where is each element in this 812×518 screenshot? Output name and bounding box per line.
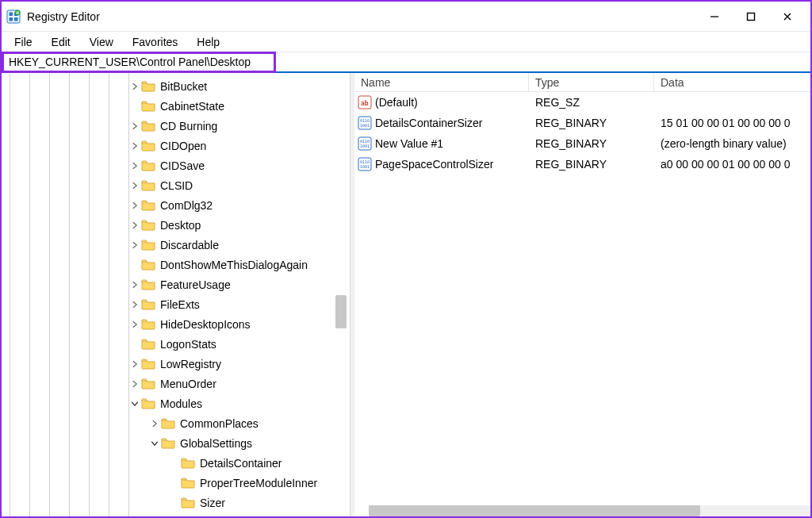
chevron-right-icon[interactable]: [128, 140, 141, 152]
chevron-right-icon[interactable]: [128, 298, 141, 311]
chevron-right-icon[interactable]: [128, 378, 141, 390]
menu-file[interactable]: File: [5, 33, 42, 51]
folder-icon: [141, 199, 155, 211]
folder-icon: [141, 259, 155, 271]
menu-help[interactable]: Help: [187, 33, 229, 51]
address-input[interactable]: [9, 56, 269, 68]
column-header-name[interactable]: Name: [354, 73, 529, 91]
tree-item[interactable]: FeatureUsage: [2, 274, 350, 294]
minimize-button[interactable]: [696, 5, 733, 29]
folder-icon: [181, 477, 195, 489]
tree-item[interactable]: DontShowMeThisDialogAgain: [2, 255, 350, 274]
content-area: BitBucketCabinetStateCD BurningCIDOpenCI…: [2, 73, 810, 516]
menu-view[interactable]: View: [80, 33, 123, 51]
tree-item-label: DontShowMeThisDialogAgain: [160, 259, 308, 271]
menu-edit[interactable]: Edit: [42, 33, 80, 51]
tree-item[interactable]: HideDesktopIcons: [2, 314, 350, 334]
binary-value-icon: [358, 157, 372, 171]
folder-icon: [141, 179, 155, 191]
values-list[interactable]: (Default)REG_SZDetailsContainerSizerREG_…: [354, 92, 810, 175]
tree-item[interactable]: Modules: [2, 393, 350, 413]
tree-item[interactable]: Sizer: [2, 493, 350, 512]
chevron-right-icon[interactable]: [128, 219, 141, 232]
value-data: (zero-length binary value): [654, 137, 810, 150]
titlebar[interactable]: Registry Editor: [2, 2, 810, 32]
values-hscrollbar[interactable]: [369, 505, 810, 516]
folder-icon: [161, 437, 175, 449]
menubar: File Edit View Favorites Help: [2, 32, 810, 52]
tree-item[interactable]: CIDOpen: [2, 136, 350, 155]
maximize-button[interactable]: [733, 5, 769, 29]
tree-item[interactable]: ComDlg32: [2, 195, 350, 215]
chevron-right-icon[interactable]: [128, 239, 141, 251]
binary-value-icon: [358, 136, 372, 151]
column-header-type[interactable]: Type: [529, 73, 654, 91]
tree-item[interactable]: CD Burning: [2, 116, 350, 136]
tree-item-label: ComDlg32: [160, 199, 213, 212]
chevron-right-icon[interactable]: [128, 199, 141, 212]
chevron-right-icon[interactable]: [128, 179, 141, 192]
tree-item[interactable]: DetailsContainer: [2, 453, 350, 473]
tree-item[interactable]: CLSID: [2, 175, 350, 195]
folder-icon: [141, 358, 155, 370]
chevron-down-icon[interactable]: [128, 397, 141, 410]
tree-item[interactable]: LogonStats: [2, 334, 350, 354]
tree-item[interactable]: Discardable: [2, 235, 350, 255]
folder-icon: [181, 497, 195, 508]
values-hscroll-thumb[interactable]: [369, 505, 700, 516]
tree-item-label: HideDesktopIcons: [160, 318, 251, 331]
string-value-icon: [358, 95, 372, 109]
value-row[interactable]: New Value #1REG_BINARY(zero-length binar…: [354, 133, 810, 154]
tree-item-label: ProperTreeModuleInner: [200, 477, 317, 489]
chevron-right-icon[interactable]: [128, 318, 141, 331]
tree-item[interactable]: CommonPlaces: [2, 413, 350, 433]
chevron-right-icon[interactable]: [128, 80, 141, 93]
value-name: (Default): [375, 96, 418, 109]
tree-view[interactable]: BitBucketCabinetStateCD BurningCIDOpenCI…: [2, 73, 350, 512]
value-data: a0 00 00 00 01 00 00 00 0: [654, 158, 810, 171]
folder-icon: [141, 100, 155, 112]
window-title: Registry Editor: [27, 10, 100, 23]
value-name: DetailsContainerSizer: [375, 117, 482, 129]
folder-icon: [141, 318, 155, 330]
chevron-right-icon[interactable]: [128, 358, 141, 370]
menu-favorites[interactable]: Favorites: [123, 33, 188, 51]
folder-icon: [141, 378, 155, 389]
tree-item[interactable]: MenuOrder: [2, 374, 350, 393]
column-header-data[interactable]: Data: [654, 73, 810, 91]
tree-item-label: DetailsContainer: [200, 457, 282, 470]
addressbar: [2, 52, 810, 73]
tree-item-label: CIDSave: [160, 159, 205, 172]
chevron-right-icon[interactable]: [128, 120, 141, 132]
tree-scrollbar-thumb[interactable]: [335, 295, 347, 328]
chevron-right-icon[interactable]: [128, 159, 141, 172]
value-row[interactable]: DetailsContainerSizerREG_BINARY15 01 00 …: [354, 113, 810, 133]
folder-icon: [141, 298, 155, 310]
tree-item[interactable]: GlobalSettings: [2, 433, 350, 453]
value-data: 15 01 00 00 01 00 00 00 0: [654, 117, 810, 129]
tree-item[interactable]: BitBucket: [2, 76, 350, 96]
folder-icon: [141, 338, 155, 350]
tree-item-label: CommonPlaces: [180, 417, 259, 430]
tree-item-label: CLSID: [160, 179, 193, 192]
close-button[interactable]: [769, 5, 806, 29]
value-name: PageSpaceControlSizer: [375, 158, 493, 171]
tree-item-label: CD Burning: [160, 120, 217, 132]
tree-item-label: GlobalSettings: [180, 437, 252, 450]
tree-item[interactable]: FileExts: [2, 294, 350, 314]
chevron-right-icon[interactable]: [148, 417, 161, 430]
chevron-down-icon[interactable]: [148, 437, 161, 450]
tree-item[interactable]: CabinetState: [2, 96, 350, 116]
value-row[interactable]: (Default)REG_SZ: [354, 92, 810, 113]
tree-item[interactable]: ProperTreeModuleInner: [2, 473, 350, 493]
value-type: REG_SZ: [529, 96, 654, 109]
tree-item[interactable]: Desktop: [2, 215, 350, 235]
tree-item-label: LowRegistry: [160, 358, 221, 370]
tree-item-label: CIDOpen: [160, 140, 206, 152]
chevron-right-icon[interactable]: [128, 278, 141, 291]
tree-item[interactable]: LowRegistry: [2, 354, 350, 374]
tree-item-label: CabinetState: [160, 100, 224, 113]
tree-item[interactable]: CIDSave: [2, 155, 350, 175]
values-pane: Name Type Data (Default)REG_SZDetailsCon…: [354, 73, 810, 516]
value-row[interactable]: PageSpaceControlSizerREG_BINARYa0 00 00 …: [354, 154, 810, 175]
